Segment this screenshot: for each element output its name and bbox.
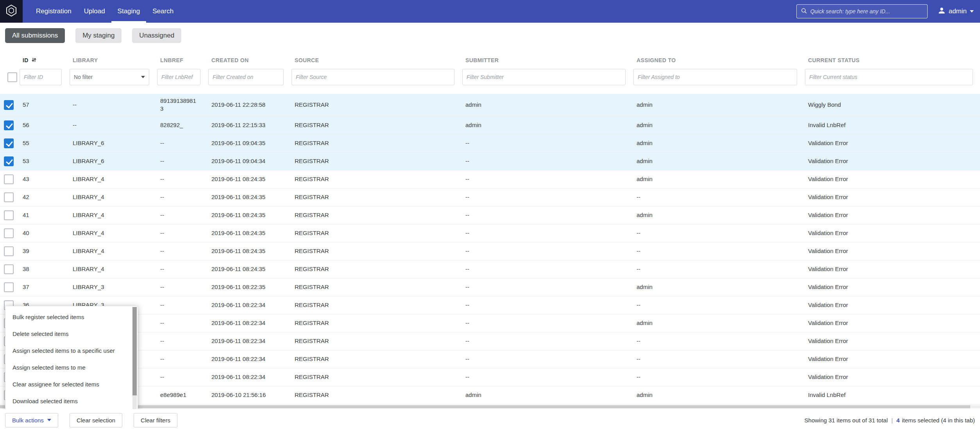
column-header-created-on[interactable]: CREATED ON [207, 57, 291, 63]
clear-filters-button[interactable]: Clear filters [134, 413, 177, 427]
cell-submitter: admin [461, 118, 633, 132]
filter-source-input[interactable] [291, 69, 454, 85]
table-row[interactable]: 38 LIBRARY_4 -- 2019-06-11 08:24:35 REGI… [0, 260, 980, 278]
bulk-actions-button[interactable]: Bulk actions [5, 413, 58, 427]
cell-assigned-to: admin [633, 316, 804, 330]
bulk-menu-item[interactable]: Bulk register selected items [5, 309, 138, 325]
cell-created-on: 2019-06-11 09:04:35 [207, 136, 291, 150]
row-checkbox[interactable] [4, 174, 14, 184]
menu-scrollbar[interactable] [132, 307, 137, 411]
nav-search[interactable]: Search [146, 0, 180, 23]
cell-lnbref: -- [156, 334, 207, 348]
menu-scrollbar-thumb[interactable] [132, 307, 137, 395]
cell-source: REGISTRAR [291, 118, 461, 132]
cell-lnbref: -- [156, 208, 207, 222]
table-row[interactable]: 56 -- 828292_ 2019-06-11 22:15:33 REGIST… [0, 117, 980, 135]
cell-lnbref: 891391389813 [156, 94, 207, 116]
top-navbar: Registration Upload Staging Search [0, 0, 980, 23]
bulk-menu-item[interactable]: Assign selected items to me [5, 359, 138, 376]
cell-source: REGISTRAR [291, 370, 461, 384]
filter-current-status-input[interactable] [805, 69, 973, 85]
user-menu[interactable]: admin [938, 7, 974, 16]
table-row[interactable]: 53 LIBRARY_6 -- 2019-06-11 09:04:34 REGI… [0, 153, 980, 171]
filter-submitter-input[interactable] [462, 69, 626, 85]
cell-submitter: admin [461, 98, 633, 112]
table-row[interactable]: 57 -- 891391389813 2019-06-11 22:28:58 R… [0, 94, 980, 117]
table-row[interactable]: 37 LIBRARY_3 -- 2019-06-11 08:22:35 REGI… [0, 278, 980, 296]
table-row[interactable]: 55 LIBRARY_6 -- 2019-06-11 09:04:35 REGI… [0, 135, 980, 153]
row-checkbox[interactable] [4, 100, 14, 110]
cell-created-on: 2019-06-11 08:22:34 [207, 352, 291, 366]
table-row[interactable]: 41 LIBRARY_4 -- 2019-06-11 08:24:35 REGI… [0, 207, 980, 224]
horizontal-scrollbar-thumb[interactable] [0, 405, 970, 408]
row-checkbox[interactable] [4, 120, 14, 130]
row-checkbox[interactable] [4, 156, 14, 166]
filter-library-select[interactable]: No filter [70, 69, 149, 85]
cell-source: REGISTRAR [291, 388, 461, 402]
cell-lnbref: -- [156, 316, 207, 330]
column-header-assigned-to[interactable]: ASSIGNED TO [633, 57, 804, 63]
app-logo[interactable] [0, 0, 23, 23]
row-checkbox[interactable] [4, 282, 14, 292]
tab-my-staging[interactable]: My staging [75, 28, 122, 43]
table-row[interactable]: -- 2019-06-11 08:22:34 REGISTRAR -- -- V… [0, 368, 980, 386]
filter-created-on-input[interactable] [208, 69, 284, 85]
column-header-current-status[interactable]: CURRENT STATUS [804, 57, 980, 63]
tab-all-submissions[interactable]: All submissions [5, 28, 65, 43]
cell-submitter: -- [461, 316, 633, 330]
cell-library: LIBRARY_6 [69, 136, 156, 150]
bulk-menu-item[interactable]: Delete selected items [5, 325, 138, 342]
filter-lnbref-input[interactable] [157, 69, 200, 85]
row-checkbox-cell [0, 171, 19, 187]
nav-staging[interactable]: Staging [111, 0, 147, 23]
column-header-library[interactable]: LIBRARY [69, 57, 156, 63]
table-row[interactable]: e8e989e1 2019-06-10 21:56:16 REGISTRAR a… [0, 386, 980, 404]
table-row[interactable]: 40 LIBRARY_4 -- 2019-06-11 08:24:35 REGI… [0, 224, 980, 242]
select-all-checkbox[interactable] [7, 72, 17, 82]
table-footer: Bulk actions Clear selection Clear filte… [0, 409, 980, 431]
row-checkbox[interactable] [4, 138, 14, 148]
row-checkbox[interactable] [4, 246, 14, 256]
table-row[interactable]: -- 2019-06-11 08:22:34 REGISTRAR -- -- V… [0, 332, 980, 350]
filter-id-input[interactable] [20, 69, 62, 85]
clear-selection-button[interactable]: Clear selection [70, 413, 122, 427]
row-checkbox[interactable] [4, 192, 14, 202]
tab-unassigned[interactable]: Unassigned [132, 28, 181, 43]
cell-source: REGISTRAR [291, 98, 461, 112]
bulk-menu-item[interactable]: Clear assignee for selected items [5, 376, 138, 393]
row-checkbox[interactable] [4, 210, 14, 220]
cell-assigned-to: admin [633, 118, 804, 132]
table-row[interactable]: 43 LIBRARY_4 -- 2019-06-11 08:24:35 REGI… [0, 171, 980, 189]
cell-created-on: 2019-06-11 08:22:34 [207, 370, 291, 384]
bulk-menu-item[interactable]: Download selected items [5, 393, 138, 409]
column-header-lnbref[interactable]: LNBREF [156, 57, 207, 63]
table-row[interactable]: 39 LIBRARY_4 -- 2019-06-11 08:24:35 REGI… [0, 242, 980, 260]
cell-source: REGISTRAR [291, 352, 461, 366]
column-header-source[interactable]: SOURCE [291, 57, 461, 63]
table-row[interactable]: 42 LIBRARY_4 -- 2019-06-11 08:24:35 REGI… [0, 189, 980, 207]
cell-submitter: -- [461, 280, 633, 294]
table-row[interactable]: -- 2019-06-11 08:22:34 REGISTRAR -- admi… [0, 314, 980, 332]
column-header-submitter[interactable]: SUBMITTER [461, 57, 633, 63]
quick-search-input[interactable] [810, 8, 923, 14]
row-checkbox[interactable] [4, 264, 14, 274]
table-row[interactable]: 36 LIBRARY_3 -- 2019-06-11 08:22:34 REGI… [0, 296, 980, 314]
nav-registration[interactable]: Registration [30, 0, 78, 23]
filter-assigned-to-input[interactable] [633, 69, 797, 85]
nav-upload[interactable]: Upload [78, 0, 111, 23]
cell-lnbref: 828292_ [156, 118, 207, 132]
cell-id: 57 [19, 98, 69, 112]
table-row[interactable]: -- 2019-06-11 08:22:34 REGISTRAR -- -- V… [0, 350, 980, 368]
bulk-menu-item[interactable]: Assign selected items to a specific user [5, 342, 138, 359]
horizontal-scrollbar[interactable] [0, 405, 980, 408]
cell-assigned-to: -- [633, 334, 804, 348]
cell-created-on: 2019-06-11 08:24:35 [207, 244, 291, 258]
cell-id: 40 [19, 226, 69, 240]
row-checkbox[interactable] [4, 228, 14, 238]
cell-library: LIBRARY_4 [69, 244, 156, 258]
column-header-id[interactable]: ID [19, 57, 69, 64]
cell-library: LIBRARY_4 [69, 226, 156, 240]
sort-arrows-icon[interactable] [31, 57, 37, 64]
cell-assigned-to: -- [633, 226, 804, 240]
cell-created-on: 2019-06-11 22:28:58 [207, 98, 291, 112]
